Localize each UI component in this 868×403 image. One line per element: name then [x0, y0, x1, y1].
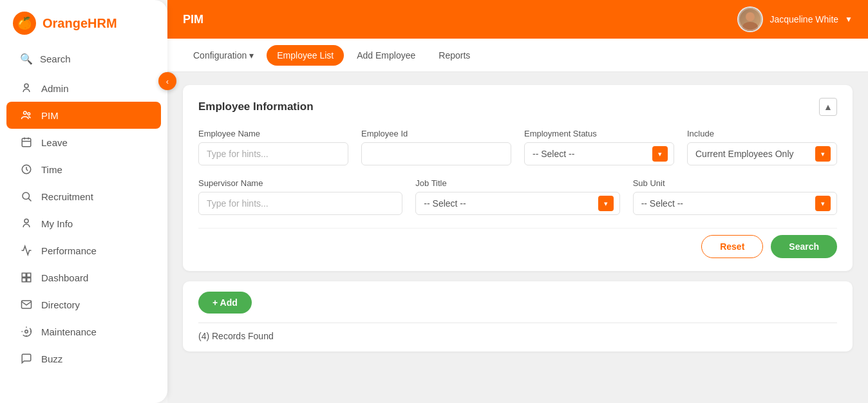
dashboard-icon [19, 270, 33, 285]
logo-text: OrangeHRM [42, 16, 117, 31]
employment-status-wrapper: -- Select -- ▾ [524, 142, 674, 165]
employment-status-label: Employment Status [524, 129, 674, 138]
employee-id-label: Employee Id [361, 129, 511, 138]
sub-unit-group: Sub Unit -- Select -- ▾ [633, 178, 837, 215]
supervisor-name-input[interactable] [198, 192, 402, 215]
job-title-label: Job Title [415, 178, 619, 188]
sidebar-item-admin[interactable]: Admin [6, 75, 161, 102]
topbar: PIM Jacqueline White ▼ [167, 0, 868, 39]
sidebar-item-pim[interactable]: PIM [6, 102, 161, 129]
sidebar-item-buzz-label: Buzz [41, 353, 62, 364]
sidebar: 🍊 OrangeHRM 🔍 Search Admin PIM Leave Tim… [0, 0, 167, 403]
include-wrapper: Current Employees Only ▾ [687, 142, 837, 165]
employee-name-input[interactable] [198, 142, 348, 165]
svg-point-0 [24, 84, 28, 88]
buzz-icon [19, 351, 33, 366]
myinfo-icon [19, 216, 33, 230]
action-row: Reset Search [198, 228, 837, 258]
svg-point-15 [25, 330, 28, 333]
records-found: (4) Records Found [198, 323, 837, 341]
supervisor-name-group: Supervisor Name [198, 178, 402, 215]
form-row-2: Supervisor Name Job Title -- Select -- ▾… [198, 178, 837, 215]
job-title-select[interactable]: -- Select -- [415, 192, 619, 215]
main-content: PIM Jacqueline White ▼ Configuration ▾ E… [167, 0, 868, 403]
user-name: Jacqueline White [769, 14, 838, 24]
employment-status-group: Employment Status -- Select -- ▾ [524, 129, 674, 165]
card-title: Employee Information [198, 100, 314, 113]
user-menu[interactable]: Jacqueline White ▼ [737, 6, 853, 32]
sidebar-item-time[interactable]: Time [6, 156, 161, 183]
sidebar-logo: 🍊 OrangeHRM [0, 12, 167, 46]
svg-point-16 [746, 12, 755, 21]
svg-point-8 [23, 192, 30, 200]
sidebar-item-search[interactable]: 🔍 Search [6, 46, 161, 71]
svg-point-10 [24, 219, 28, 223]
sidebar-item-maintenance[interactable]: Maintenance [6, 318, 161, 345]
supervisor-name-label: Supervisor Name [198, 178, 402, 188]
nav-tabs: Configuration ▾ Employee List Add Employ… [167, 39, 868, 72]
search-button[interactable]: Search [771, 235, 837, 258]
add-button[interactable]: + Add [198, 292, 252, 314]
sub-unit-wrapper: -- Select -- ▾ [633, 192, 837, 215]
include-select[interactable]: Current Employees Only [687, 142, 837, 165]
svg-line-9 [28, 198, 31, 201]
tab-reports[interactable]: Reports [428, 45, 480, 66]
maintenance-icon [19, 324, 33, 339]
recruitment-icon [19, 189, 33, 203]
sidebar-item-dashboard[interactable]: Dashboard [6, 264, 161, 291]
sidebar-item-maintenance-label: Maintenance [41, 326, 97, 337]
sub-unit-label: Sub Unit [633, 178, 837, 188]
svg-rect-11 [22, 273, 26, 277]
tab-add-employee[interactable]: Add Employee [346, 45, 426, 66]
add-section: + Add (4) Records Found [183, 281, 853, 351]
sidebar-item-myinfo[interactable]: My Info [6, 210, 161, 237]
svg-rect-13 [22, 278, 26, 282]
svg-rect-12 [27, 273, 31, 277]
performance-icon [19, 243, 33, 258]
svg-point-2 [28, 113, 30, 115]
avatar [737, 6, 763, 32]
admin-icon [19, 81, 33, 95]
sidebar-item-dashboard-label: Dashboard [41, 272, 88, 283]
sidebar-item-directory[interactable]: Directory [6, 291, 161, 318]
sidebar-collapse-button[interactable]: ‹ [158, 72, 176, 90]
svg-point-1 [24, 111, 27, 115]
employee-info-card: Employee Information ▲ Employee Name Emp… [183, 85, 853, 271]
page-title: PIM [183, 13, 203, 26]
sidebar-item-buzz[interactable]: Buzz [6, 345, 161, 372]
svg-rect-14 [27, 278, 31, 282]
job-title-wrapper: -- Select -- ▾ [415, 192, 619, 215]
sidebar-item-leave-label: Leave [41, 137, 68, 148]
reset-button[interactable]: Reset [701, 235, 763, 258]
sidebar-item-admin-label: Admin [41, 83, 69, 94]
include-group: Include Current Employees Only ▾ [687, 129, 837, 165]
user-dropdown-arrow: ▼ [845, 15, 853, 24]
avatar-image [739, 8, 762, 31]
content-area: Employee Information ▲ Employee Name Emp… [167, 72, 868, 403]
svg-point-17 [742, 22, 758, 31]
time-icon [19, 162, 33, 176]
leave-icon [19, 135, 33, 149]
sub-unit-select[interactable]: -- Select -- [633, 192, 837, 215]
sidebar-item-myinfo-label: My Info [41, 218, 73, 229]
sidebar-item-recruitment[interactable]: Recruitment [6, 183, 161, 210]
employee-id-group: Employee Id [361, 129, 511, 165]
employee-name-group: Employee Name [198, 129, 348, 165]
card-header: Employee Information ▲ [198, 98, 837, 116]
config-dropdown-arrow: ▾ [249, 50, 254, 61]
svg-rect-3 [22, 138, 31, 147]
search-icon: 🔍 [19, 52, 33, 66]
tab-configuration[interactable]: Configuration ▾ [183, 45, 264, 66]
logo-icon: 🍊 [13, 12, 36, 35]
sidebar-item-leave[interactable]: Leave [6, 129, 161, 156]
employee-name-label: Employee Name [198, 129, 348, 138]
form-row-1: Employee Name Employee Id Employment Sta… [198, 129, 837, 165]
card-collapse-button[interactable]: ▲ [819, 98, 837, 116]
tab-employee-list[interactable]: Employee List [267, 45, 344, 66]
sidebar-item-time-label: Time [41, 164, 62, 175]
employment-status-select[interactable]: -- Select -- [524, 142, 674, 165]
employee-id-input[interactable] [361, 142, 511, 165]
sidebar-item-pim-label: PIM [41, 110, 59, 121]
directory-icon [19, 297, 33, 312]
sidebar-item-performance[interactable]: Performance [6, 237, 161, 264]
